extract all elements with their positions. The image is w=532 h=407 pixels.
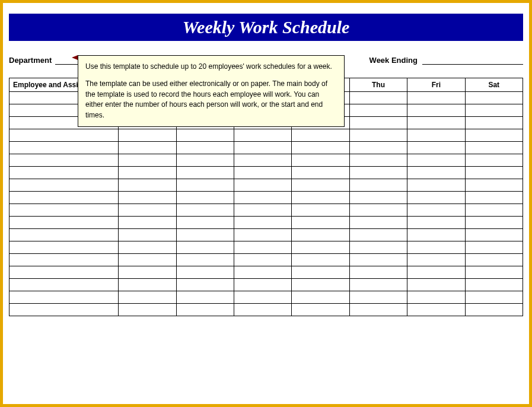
day-cell[interactable] bbox=[234, 229, 292, 241]
day-cell[interactable] bbox=[349, 204, 407, 217]
day-cell[interactable] bbox=[465, 92, 523, 104]
day-cell[interactable] bbox=[176, 179, 234, 192]
day-cell[interactable] bbox=[349, 241, 407, 254]
day-cell[interactable] bbox=[234, 217, 292, 229]
day-cell[interactable] bbox=[292, 266, 349, 279]
day-cell[interactable] bbox=[176, 129, 234, 142]
day-cell[interactable] bbox=[234, 129, 292, 142]
day-cell[interactable] bbox=[119, 279, 176, 291]
day-cell[interactable] bbox=[349, 167, 407, 179]
day-cell[interactable] bbox=[407, 117, 465, 129]
day-cell[interactable] bbox=[234, 154, 292, 167]
day-cell[interactable] bbox=[119, 241, 176, 254]
day-cell[interactable] bbox=[407, 266, 465, 279]
employee-cell[interactable] bbox=[9, 167, 119, 179]
day-cell[interactable] bbox=[349, 92, 407, 104]
employee-cell[interactable] bbox=[9, 304, 119, 316]
day-cell[interactable] bbox=[176, 154, 234, 167]
day-cell[interactable] bbox=[465, 129, 523, 142]
day-cell[interactable] bbox=[465, 104, 523, 117]
day-cell[interactable] bbox=[407, 142, 465, 154]
day-cell[interactable] bbox=[176, 254, 234, 266]
employee-cell[interactable] bbox=[9, 266, 119, 279]
employee-cell[interactable] bbox=[9, 142, 119, 154]
day-cell[interactable] bbox=[407, 104, 465, 117]
day-cell[interactable] bbox=[292, 129, 349, 142]
day-cell[interactable] bbox=[292, 142, 349, 154]
day-cell[interactable] bbox=[119, 304, 176, 316]
day-cell[interactable] bbox=[465, 241, 523, 254]
day-cell[interactable] bbox=[292, 229, 349, 241]
day-cell[interactable] bbox=[119, 192, 176, 204]
day-cell[interactable] bbox=[292, 217, 349, 229]
day-cell[interactable] bbox=[119, 129, 176, 142]
day-cell[interactable] bbox=[349, 304, 407, 316]
day-cell[interactable] bbox=[407, 167, 465, 179]
employee-cell[interactable] bbox=[9, 154, 119, 167]
day-cell[interactable] bbox=[119, 142, 176, 154]
day-cell[interactable] bbox=[407, 291, 465, 304]
day-cell[interactable] bbox=[465, 179, 523, 192]
day-cell[interactable] bbox=[119, 179, 176, 192]
employee-cell[interactable] bbox=[9, 204, 119, 217]
day-cell[interactable] bbox=[465, 279, 523, 291]
day-cell[interactable] bbox=[349, 229, 407, 241]
day-cell[interactable] bbox=[176, 266, 234, 279]
day-cell[interactable] bbox=[407, 229, 465, 241]
day-cell[interactable] bbox=[407, 154, 465, 167]
day-cell[interactable] bbox=[234, 204, 292, 217]
employee-cell[interactable] bbox=[9, 254, 119, 266]
employee-cell[interactable] bbox=[9, 229, 119, 241]
employee-cell[interactable] bbox=[9, 241, 119, 254]
day-cell[interactable] bbox=[234, 179, 292, 192]
day-cell[interactable] bbox=[407, 129, 465, 142]
day-cell[interactable] bbox=[465, 192, 523, 204]
day-cell[interactable] bbox=[119, 154, 176, 167]
day-cell[interactable] bbox=[292, 179, 349, 192]
day-cell[interactable] bbox=[292, 167, 349, 179]
day-cell[interactable] bbox=[349, 104, 407, 117]
employee-cell[interactable] bbox=[9, 192, 119, 204]
day-cell[interactable] bbox=[119, 167, 176, 179]
day-cell[interactable] bbox=[465, 154, 523, 167]
day-cell[interactable] bbox=[119, 266, 176, 279]
day-cell[interactable] bbox=[234, 279, 292, 291]
day-cell[interactable] bbox=[349, 129, 407, 142]
week-ending-field[interactable] bbox=[422, 55, 523, 65]
day-cell[interactable] bbox=[234, 192, 292, 204]
day-cell[interactable] bbox=[407, 192, 465, 204]
day-cell[interactable] bbox=[407, 179, 465, 192]
day-cell[interactable] bbox=[349, 266, 407, 279]
day-cell[interactable] bbox=[119, 217, 176, 229]
day-cell[interactable] bbox=[407, 304, 465, 316]
employee-cell[interactable] bbox=[9, 279, 119, 291]
day-cell[interactable] bbox=[349, 117, 407, 129]
employee-cell[interactable] bbox=[9, 129, 119, 142]
day-cell[interactable] bbox=[465, 291, 523, 304]
day-cell[interactable] bbox=[176, 167, 234, 179]
day-cell[interactable] bbox=[349, 217, 407, 229]
day-cell[interactable] bbox=[176, 204, 234, 217]
day-cell[interactable] bbox=[465, 204, 523, 217]
day-cell[interactable] bbox=[176, 229, 234, 241]
employee-cell[interactable] bbox=[9, 217, 119, 229]
day-cell[interactable] bbox=[292, 204, 349, 217]
day-cell[interactable] bbox=[234, 167, 292, 179]
day-cell[interactable] bbox=[119, 229, 176, 241]
day-cell[interactable] bbox=[465, 142, 523, 154]
day-cell[interactable] bbox=[407, 204, 465, 217]
day-cell[interactable] bbox=[234, 142, 292, 154]
day-cell[interactable] bbox=[176, 142, 234, 154]
day-cell[interactable] bbox=[465, 304, 523, 316]
day-cell[interactable] bbox=[407, 254, 465, 266]
day-cell[interactable] bbox=[349, 254, 407, 266]
day-cell[interactable] bbox=[234, 304, 292, 316]
day-cell[interactable] bbox=[292, 304, 349, 316]
day-cell[interactable] bbox=[407, 92, 465, 104]
day-cell[interactable] bbox=[465, 167, 523, 179]
day-cell[interactable] bbox=[349, 154, 407, 167]
day-cell[interactable] bbox=[119, 254, 176, 266]
employee-cell[interactable] bbox=[9, 179, 119, 192]
day-cell[interactable] bbox=[234, 254, 292, 266]
day-cell[interactable] bbox=[292, 279, 349, 291]
